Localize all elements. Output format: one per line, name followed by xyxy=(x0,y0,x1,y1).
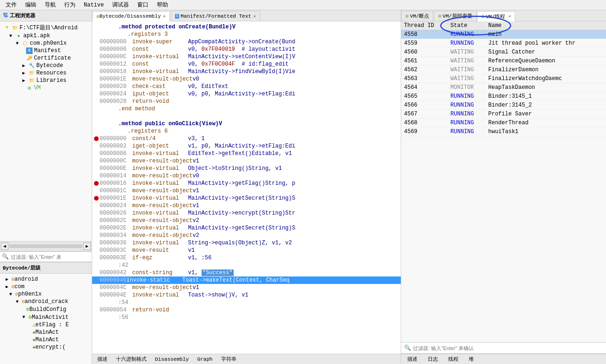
tree-item-android-crack[interactable]: ▼ ⊞ android_crack xyxy=(0,298,92,305)
code-line-13[interactable]: 00000014 move-result-object v0 xyxy=(92,172,401,180)
code-line-bp2[interactable]: 00000016 invoke-virtual MainActivity->ge… xyxy=(92,180,401,187)
code-line-22[interactable]: 0000003E if-eqz v1, :56 xyxy=(92,254,401,262)
rb-tab-thread[interactable]: 线程 xyxy=(444,355,463,364)
table-row[interactable]: 4559 RUNNING Jit thread pool worker thr xyxy=(401,39,606,48)
tree-item-mainact2[interactable]: ◆ MainAct xyxy=(0,336,92,344)
code-line-label56[interactable]: :56 xyxy=(92,314,401,321)
table-row[interactable]: 4561 WAITING ReferenceQueueDaemon xyxy=(401,57,606,66)
tree-item-libraries[interactable]: ▶ 📁 Libraries xyxy=(0,77,92,84)
code-line-reg1[interactable]: .registers 3 xyxy=(92,31,401,38)
code-line-method2[interactable]: .method public onGoClick(View)V xyxy=(92,120,401,128)
tab-manifest-close[interactable]: ✕ xyxy=(253,13,256,19)
tree-item-mainactivity[interactable]: ▼ ⚙ MainActivit xyxy=(0,313,92,321)
menu-edit[interactable]: 编辑 xyxy=(21,0,40,10)
code-line-method1[interactable]: .method protected onCreate(Bundle)V xyxy=(92,23,401,31)
tree-item-buildconfig[interactable]: ⚙ BuildConfig xyxy=(0,305,92,313)
code-line-12[interactable]: 0000000E invoke-virtual Object->toString… xyxy=(92,165,401,172)
right-filter-box[interactable]: 🔍 xyxy=(401,343,606,354)
table-row[interactable]: 4558 RUNNING main xyxy=(401,30,606,39)
code-line-end1[interactable]: .end method xyxy=(92,105,401,113)
menu-file[interactable]: 文件 xyxy=(2,0,20,10)
code-line-1[interactable]: 00000006 const v0, 0x7F040019 # layout:a… xyxy=(92,46,401,53)
tab-threads-close[interactable]: ✕ xyxy=(508,13,511,19)
code-line-bp1[interactable]: 00000000 const/4 v3, 1 xyxy=(92,135,401,142)
menu-debugger[interactable]: 调试器 xyxy=(108,0,133,10)
tab-vm-breakpoints[interactable]: ⚙ VM/断点 xyxy=(401,11,433,21)
tree-item-etflag[interactable]: △ etFlag : E xyxy=(0,321,92,329)
tab-bytecode-disassembly[interactable]: ⚙ Bytecode/Disassembly ✕ xyxy=(92,11,170,21)
tab-graph[interactable]: Graph xyxy=(194,355,216,364)
rb-tab-heap[interactable]: 堆 xyxy=(465,355,478,364)
code-line-20[interactable]: 00000036 invoke-virtual String->equals(O… xyxy=(92,239,401,247)
code-line-bp3[interactable]: 0000001E invoke-virtual MainActivity->ge… xyxy=(92,195,401,202)
tree-item-cert[interactable]: 🔑 Certificate xyxy=(0,54,92,62)
tab-bytecode-close[interactable]: ✕ xyxy=(163,13,166,19)
tree-item-encrypt[interactable]: ◆ encrypt:( xyxy=(0,344,92,351)
table-row[interactable]: 4566 RUNNING Binder:3145_2 xyxy=(401,101,606,110)
tree-item-mainact1[interactable]: ◆ MainAct xyxy=(0,329,92,336)
code-line-11[interactable]: 0000000C move-result-object v1 xyxy=(92,157,401,165)
tab-strings[interactable]: 字符串 xyxy=(218,354,240,364)
bytecode-tree[interactable]: ▶ ⊞ android ▶ ⊞ com ▼ ⊞ ph0en1x ▼ ⊞ xyxy=(0,274,92,364)
code-line-26[interactable]: 00000054 return-void xyxy=(92,306,401,314)
table-row[interactable]: 4562 WAITING FinalizerDaemon xyxy=(401,66,606,74)
code-line-19[interactable]: 00000034 move-result-object v2 xyxy=(92,232,401,239)
tab-describe[interactable]: 描述 xyxy=(94,354,111,364)
code-line-label42[interactable]: :42 xyxy=(92,262,401,269)
rb-tab-describe[interactable]: 描述 xyxy=(403,355,422,364)
menu-nav[interactable]: 导航 xyxy=(41,0,60,10)
code-line-0[interactable]: 00000000 invoke-super AppCompatActivity-… xyxy=(92,38,401,46)
menu-help[interactable]: 帮助 xyxy=(153,0,172,10)
nav-right-btn[interactable]: ▶ xyxy=(83,243,91,250)
code-line-6[interactable]: 00000020 check-cast v0, EditText xyxy=(92,83,401,90)
code-line-2[interactable]: 0000000C invoke-virtual MainActivity->se… xyxy=(92,53,401,61)
thread-table-scroll[interactable]: Thread ID State Name 4558 RUNNING main 4… xyxy=(401,21,606,342)
tree-item-com-b[interactable]: ▶ ⊞ com xyxy=(0,283,92,290)
left-filter-box[interactable]: 🔍 xyxy=(0,251,92,262)
code-line-7[interactable]: 00000024 iput-object v0, p0, MainActivit… xyxy=(92,90,401,98)
code-line-25[interactable]: 0000004E invoke-virtual Toast->show()V, … xyxy=(92,291,401,299)
right-filter-input[interactable] xyxy=(413,345,603,351)
code-line-21[interactable]: 0000003C move-result v1 xyxy=(92,247,401,254)
code-line-label54[interactable]: :54 xyxy=(92,299,401,306)
code-line-18[interactable]: 0000002E invoke-virtual MainActivity->ge… xyxy=(92,224,401,232)
table-row[interactable]: 4565 RUNNING Binder:3145_1 xyxy=(401,92,606,101)
code-line-16[interactable]: 00000026 invoke-virtual MainActivity->en… xyxy=(92,209,401,217)
table-row[interactable]: 4564 MONITOR HeapTaskDaemon xyxy=(401,83,606,92)
rb-tab-log[interactable]: 日志 xyxy=(424,355,442,364)
code-line-3[interactable]: 00000012 const v0, 0x7F0C004F # id:flag_… xyxy=(92,61,401,68)
menu-action[interactable]: 行为 xyxy=(61,0,79,10)
code-line-17[interactable]: 0000002C move-result-object v2 xyxy=(92,217,401,224)
file-tree[interactable]: ▼ 📁 F:\CTF题目\Android ▼ ● apk1.apk ▼ ⬡ co… xyxy=(0,21,92,241)
code-line-blank[interactable] xyxy=(92,113,401,120)
code-line-15[interactable]: 00000024 move-result-object v1 xyxy=(92,202,401,209)
left-filter-input[interactable] xyxy=(11,254,90,260)
menu-native[interactable]: Native xyxy=(80,1,108,9)
tab-disassembly[interactable]: Disassembly xyxy=(152,355,192,364)
tree-item-bytecode[interactable]: ▶ 🔧 Bytecode xyxy=(0,62,92,69)
tree-item-manifest[interactable]: X Manifest xyxy=(0,47,92,54)
tree-item-root[interactable]: ▼ 📁 F:\CTF题目\Android xyxy=(0,23,92,32)
code-line-reg2[interactable]: .registers 6 xyxy=(92,128,401,135)
code-line-4[interactable]: 00000018 invoke-virtual MainActivity->fi… xyxy=(92,68,401,75)
table-row[interactable]: 4569 RUNNING hwuiTask1 xyxy=(401,128,606,136)
tree-item-vm[interactable]: ⚙ VM xyxy=(0,84,92,92)
tree-item-apk[interactable]: ▼ ● apk1.apk xyxy=(0,32,92,40)
code-line-14[interactable]: 0000001C move-result-object v1 xyxy=(92,187,401,195)
table-row[interactable]: 4568 RUNNING RenderThread xyxy=(401,119,606,128)
table-row[interactable]: 4567 RUNNING Profile Saver xyxy=(401,110,606,119)
tab-vm-locals[interactable]: ⚙ VM/局部变量 xyxy=(434,11,476,21)
nav-left-btn[interactable]: ◀ xyxy=(1,243,8,250)
tree-item-resources[interactable]: ▶ 📁 Resources xyxy=(0,69,92,77)
code-line-5[interactable]: 0000001E move-result-object v0 xyxy=(92,75,401,83)
code-line-8[interactable]: 00000028 return-void xyxy=(92,98,401,105)
tab-manifest[interactable]: X Manifest/Formatted Text ✕ xyxy=(171,11,260,21)
code-area[interactable]: .method protected onCreate(Bundle)V .reg… xyxy=(92,21,401,354)
tab-hex[interactable]: 十六进制格式 xyxy=(113,354,150,364)
menu-window[interactable]: 窗口 xyxy=(134,0,152,10)
tree-item-ph0en1x[interactable]: ▼ ⊞ ph0en1x xyxy=(0,290,92,298)
table-row[interactable]: 4563 WAITING FinalizerWatchdogDaemc xyxy=(401,74,606,83)
code-line-24[interactable]: 0000004C move-result-object v1 xyxy=(92,284,401,291)
tree-item-com[interactable]: ▼ ⬡ com.ph0en1x xyxy=(0,40,92,47)
tab-vm-threads[interactable]: ⚙ VM/线程 ✕ xyxy=(477,11,515,21)
